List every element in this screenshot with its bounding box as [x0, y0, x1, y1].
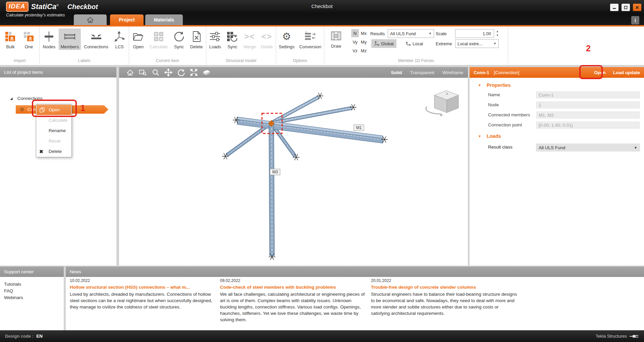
- zoom-window-icon[interactable]: [137, 69, 149, 76]
- minimize-button[interactable]: [610, 4, 619, 11]
- plugin-plug-icon: [630, 334, 639, 339]
- tab-materials[interactable]: Materials: [145, 14, 183, 25]
- article-body: We all face challenges, calculating arch…: [220, 291, 367, 323]
- open-pages-icon: [39, 107, 45, 113]
- context-menu-open[interactable]: Open: [37, 105, 71, 115]
- maximize-button[interactable]: [622, 4, 630, 11]
- mode-solid[interactable]: Solid: [391, 70, 402, 75]
- spin-up-icon[interactable]: ▲: [496, 30, 499, 33]
- viewport-panel: Solid Transparent Wireframe: [119, 67, 468, 266]
- tree-node-connections[interactable]: ◢ Connections: [10, 96, 43, 101]
- results-dropdown[interactable]: All ULS Fund▼: [388, 29, 434, 38]
- structural-model-canvas[interactable]: M1 M3: [119, 78, 468, 266]
- bulk-button[interactable]: Bulk: [2, 28, 18, 50]
- delete-x-icon: ✖: [39, 149, 43, 154]
- local-button[interactable]: Local: [403, 39, 426, 48]
- project-items-header: List of project items: [0, 67, 116, 77]
- chevron-down-icon: ▼: [429, 32, 432, 35]
- zoom-fit-icon[interactable]: [187, 69, 200, 76]
- connection-point-field: [0.00; 1.40; 0.01]: [536, 121, 640, 129]
- force-toggle-n[interactable]: N: [351, 29, 359, 37]
- tab-home[interactable]: [74, 14, 107, 25]
- support-center-header: Support center: [0, 267, 64, 277]
- article-date: 09.02.2022: [220, 278, 367, 283]
- conversion-button[interactable]: Conversion: [297, 28, 323, 50]
- news-header: News: [66, 267, 644, 277]
- force-toggle-my[interactable]: My: [360, 38, 368, 46]
- mode-wireframe[interactable]: Wireframe: [442, 70, 463, 75]
- loads-button[interactable]: Loads: [207, 28, 223, 50]
- scale-input[interactable]: 1.00: [455, 29, 494, 38]
- support-center-panel: Support center Tutorials FAQ Webinars: [0, 267, 64, 330]
- rotate-icon[interactable]: [175, 69, 187, 76]
- article-body: Loved by architects, dreaded by manufact…: [70, 291, 216, 310]
- link-tutorials[interactable]: Tutorials: [4, 281, 64, 288]
- nodes-button[interactable]: Nodes: [41, 28, 58, 50]
- one-button[interactable]: One: [21, 28, 37, 50]
- home-view-icon[interactable]: [124, 69, 137, 76]
- chevron-down-icon: ▼: [634, 146, 637, 150]
- zoom-icon[interactable]: [149, 69, 162, 76]
- name-field: Conn-1: [536, 91, 640, 99]
- collapse-triangle-icon[interactable]: ▼: [478, 134, 481, 138]
- loads-section[interactable]: ▼ Loads: [478, 133, 644, 139]
- close-button[interactable]: ✕: [633, 4, 641, 11]
- global-button[interactable]: Global: [371, 39, 396, 48]
- force-toggle-vy[interactable]: Vy: [351, 38, 359, 46]
- settings-button[interactable]: ⚙ Settings: [277, 28, 297, 50]
- article-title[interactable]: Code-check of steel members with bucklin…: [220, 285, 367, 290]
- force-toggle-vz[interactable]: Vz: [351, 47, 359, 55]
- members-button[interactable]: Members: [59, 28, 81, 50]
- link-faq[interactable]: FAQ: [4, 288, 64, 294]
- news-article: 20.01.2022 Trouble-free design of concre…: [371, 278, 518, 317]
- global-axes-icon: [374, 41, 379, 46]
- force-toggle-mx[interactable]: Mx: [360, 29, 368, 37]
- sync-item-button[interactable]: Sync: [171, 28, 187, 50]
- link-webinars[interactable]: Webinars: [4, 294, 64, 301]
- news-article: 09.02.2022 Code-check of steel members w…: [220, 278, 367, 323]
- collapse-triangle-icon[interactable]: ▼: [478, 83, 481, 87]
- results-label: Results: [370, 31, 385, 36]
- context-menu-delete[interactable]: ✖ Delete: [37, 146, 71, 157]
- conversion-icon: [304, 30, 317, 44]
- article-date: 20.01.2022: [371, 278, 518, 283]
- delete-item-button[interactable]: Delete: [188, 28, 205, 50]
- context-menu-rename[interactable]: Rename: [37, 125, 71, 136]
- properties-section[interactable]: ▼ Properties: [478, 82, 644, 88]
- chevron-down-icon: ▼: [493, 42, 496, 45]
- calculate-button: Calculate: [148, 28, 170, 50]
- open-connection-button[interactable]: Open: [594, 70, 606, 75]
- load-update-button[interactable]: Load update: [613, 70, 640, 75]
- article-body: Structural engineers have to balance the…: [371, 291, 518, 317]
- article-title[interactable]: Hollow structural section (HSS) connecti…: [70, 285, 216, 290]
- mode-transparent[interactable]: Transparent: [410, 70, 434, 75]
- one-import-icon: [23, 30, 35, 44]
- force-toggle-mz[interactable]: Mz: [360, 47, 368, 55]
- tab-project[interactable]: Project: [110, 14, 144, 25]
- ribbon-group-structural-model: Loads Sync >< Merge <> Divide Structural…: [206, 26, 276, 64]
- spin-down-icon[interactable]: ▼: [496, 34, 499, 37]
- draw-button[interactable]: Draw: [328, 28, 344, 49]
- article-date: 10.02.2022: [70, 278, 216, 283]
- pan-icon[interactable]: [162, 68, 175, 76]
- main-content: List of project items ◢ Connections ⚙ Co…: [0, 65, 644, 330]
- info-button[interactable]: i: [631, 16, 639, 24]
- sync-model-button[interactable]: Sync: [224, 28, 241, 50]
- status-bar: Design code : EN Tekla Structures: [0, 330, 644, 342]
- ribbon-group-import: Bulk One Import: [0, 26, 40, 64]
- lcs-button[interactable]: LCS: [111, 28, 127, 50]
- draw-forces-icon: [330, 29, 342, 43]
- scale-spinner[interactable]: ▲▼: [496, 30, 499, 38]
- extreme-dropdown[interactable]: Local extre...▼: [455, 39, 499, 48]
- property-row-name: Name Conn-1: [488, 91, 640, 99]
- solid-box-icon[interactable]: [200, 69, 213, 76]
- tree-expander-icon[interactable]: ◢: [10, 97, 13, 100]
- result-class-dropdown[interactable]: All ULS Fund ▼: [536, 144, 640, 152]
- connections-button[interactable]: Connections: [82, 28, 110, 50]
- property-row-result-class: Result class All ULS Fund ▼: [488, 144, 640, 151]
- navigation-cube[interactable]: [426, 91, 459, 116]
- project-items-panel: List of project items ◢ Connections ⚙ Co…: [0, 67, 116, 266]
- article-title[interactable]: Trouble-free design of concrete slender …: [371, 285, 518, 290]
- open-item-button[interactable]: Open: [130, 28, 146, 50]
- loads-sliders-icon: [209, 30, 221, 44]
